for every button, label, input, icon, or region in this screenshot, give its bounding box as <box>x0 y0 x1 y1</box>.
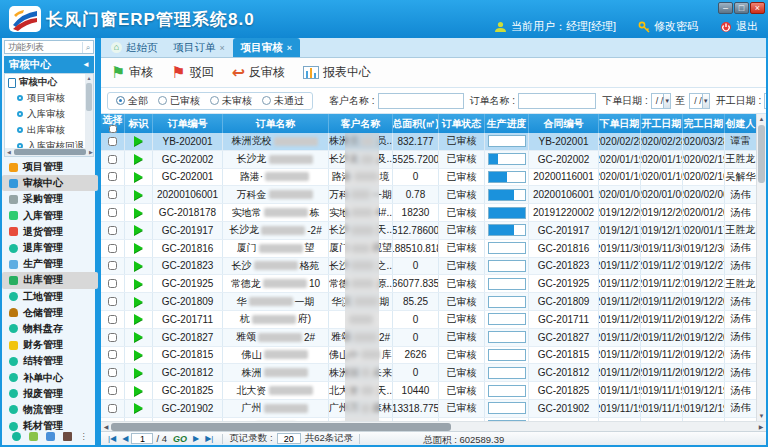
column-header[interactable]: 下单日期 <box>599 114 641 133</box>
table-row[interactable]: GC-201711 杭府) 0 已审核 GC-201711 2019/11/20… <box>101 311 756 329</box>
module-dot-icon[interactable] <box>12 432 21 441</box>
cart-icon[interactable] <box>29 432 38 441</box>
change-password-button[interactable]: 修改密码 <box>638 19 698 34</box>
row-checkbox[interactable] <box>108 279 117 288</box>
collapse-icon[interactable]: ◄ <box>82 56 90 73</box>
column-header[interactable]: 生产进度 <box>485 114 529 133</box>
row-checkbox[interactable] <box>108 333 117 342</box>
sidebar-menu-item[interactable]: 退库管理 <box>2 240 98 256</box>
scroll-left-icon[interactable]: ◀ <box>5 148 13 156</box>
row-checkbox[interactable] <box>108 226 117 235</box>
row-checkbox[interactable] <box>108 368 117 377</box>
sidebar-menu-item[interactable]: 仓储管理 <box>2 305 98 321</box>
sidebar-menu-item[interactable]: 入库管理 <box>2 208 98 224</box>
row-checkbox[interactable] <box>108 190 117 199</box>
column-header[interactable]: 订单状态 <box>439 114 485 133</box>
prev-page-button[interactable]: ◀ <box>122 434 128 443</box>
table-row[interactable]: GC-201809 华一期 华滨期 85.25 已审核 GC-201809 20… <box>101 293 756 311</box>
page-size-input[interactable] <box>277 433 301 444</box>
row-checkbox[interactable] <box>108 297 117 306</box>
table-row[interactable]: 20200106001 万科金 万科一期 0.78 已审核 2020010600… <box>101 186 756 204</box>
scrollbar-thumb[interactable] <box>758 125 765 183</box>
row-checkbox[interactable] <box>108 404 117 413</box>
row-checkbox[interactable] <box>108 350 117 359</box>
filter-radio[interactable]: 全部 <box>116 94 148 108</box>
maximize-button[interactable]: □ <box>734 2 749 14</box>
book-icon[interactable] <box>63 432 72 441</box>
table-row[interactable]: GC-201827 雅颂2# 雅颂2# 0 已审核 GC-201827 2019… <box>101 329 756 347</box>
filter-radio[interactable]: 未审核 <box>210 94 252 108</box>
tree-horizontal-scrollbar[interactable]: ◀ ▶ <box>5 148 94 156</box>
function-search-input[interactable] <box>5 42 82 52</box>
sidebar-menu-item[interactable]: 财务管理 <box>2 337 98 353</box>
row-checkbox[interactable] <box>108 208 117 217</box>
column-header[interactable]: 开工日期 <box>641 114 683 133</box>
column-header[interactable]: 订单名称 <box>223 114 329 133</box>
sidebar-menu-item[interactable]: 出库管理 <box>2 272 98 288</box>
column-header[interactable]: 总面积(㎡) <box>393 114 439 133</box>
table-row[interactable]: GC-201823 长沙格苑 长沙之.. 0 已审核 GC-201823 201… <box>101 258 756 276</box>
order-date-from-input[interactable]: / / <box>651 93 665 109</box>
scroll-up-icon[interactable]: ▲ <box>85 74 93 82</box>
sidebar-tree-item[interactable]: 出库审核 <box>5 122 93 138</box>
sidebar-menu-item[interactable]: 审核中心 <box>2 175 98 191</box>
table-row[interactable]: GC-201917 长沙龙-2# 长沙天.. 8512.78600.. 已审核 … <box>101 222 756 240</box>
select-all-checkbox[interactable] <box>109 125 117 133</box>
tree-root[interactable]: 审核中心 <box>5 74 93 90</box>
filter-radio[interactable]: 未通过 <box>262 94 304 108</box>
column-header[interactable]: 完工日期 <box>683 114 725 133</box>
start-date-input[interactable]: / / <box>764 93 766 109</box>
column-header[interactable]: 创建人 <box>725 114 756 133</box>
table-row[interactable]: GC-201902 广州 广州万森林 13318.775 已审核 GC-2019… <box>101 400 756 418</box>
scroll-down-icon[interactable]: ▼ <box>757 411 766 421</box>
customer-name-input[interactable] <box>378 93 464 109</box>
sidebar-menu-item[interactable]: 物流管理 <box>2 402 98 418</box>
close-icon[interactable]: × <box>220 43 225 53</box>
row-checkbox[interactable] <box>108 137 117 146</box>
search-icon[interactable]: ⌕ <box>82 42 93 53</box>
horizontal-scrollbar[interactable]: ◀ ▶ <box>101 421 766 431</box>
table-row[interactable]: YB-202001 株洲党校 株洲党员.. 832.177 已审核 YB-202… <box>101 133 756 151</box>
calendar-dropdown-icon[interactable]: ▼ <box>664 93 671 109</box>
more-icon[interactable]: ⋮ <box>80 432 89 441</box>
sidebar-menu-item[interactable]: 采购管理 <box>2 191 98 207</box>
sidebar-menu-item[interactable]: 工地管理 <box>2 289 98 305</box>
row-checkbox[interactable] <box>108 244 117 253</box>
vertical-scrollbar[interactable]: ▲ ▼ <box>756 114 766 421</box>
sidebar-menu-item[interactable]: 项目管理 <box>2 159 98 175</box>
column-header[interactable]: 客户名称 <box>329 114 393 133</box>
logout-button[interactable]: 退出 <box>720 19 758 34</box>
scroll-right-icon[interactable]: ▶ <box>756 423 766 430</box>
pen-icon[interactable] <box>46 432 55 441</box>
sidebar-tree-item[interactable]: 项目审核 <box>5 90 93 106</box>
sidebar-menu-item[interactable]: 补单中心 <box>2 369 98 385</box>
tab[interactable]: 项目订单 × <box>166 38 233 57</box>
sidebar-menu-item[interactable]: 退货管理 <box>2 224 98 240</box>
toolbar-button[interactable]: ⚑ 驳回 <box>171 64 213 81</box>
column-header[interactable]: 标识 <box>125 114 153 133</box>
sidebar-menu-item[interactable]: 结转管理 <box>2 353 98 369</box>
toolbar-button[interactable]: ↩ 反审核 <box>232 64 285 81</box>
sidebar-menu-item[interactable]: 报废管理 <box>2 386 98 402</box>
column-header[interactable]: 选择 <box>101 114 125 133</box>
row-checkbox[interactable] <box>108 155 117 164</box>
toolbar-button[interactable]: ⚑ 审核 <box>111 64 153 81</box>
table-row[interactable]: GC-201815 佛山 佛山中库 2626 已审核 GC-201815 201… <box>101 347 756 365</box>
tab[interactable]: ⌂ 起始页 <box>103 38 166 57</box>
tab[interactable]: 项目审核 × <box>233 38 300 57</box>
filter-radio[interactable]: 已审核 <box>158 94 200 108</box>
sidebar-tree-item[interactable]: 入库审核 <box>5 106 93 122</box>
go-button[interactable]: GO <box>173 434 187 444</box>
toolbar-button[interactable]: 报表中心 <box>303 64 371 81</box>
tree-vertical-scrollbar[interactable]: ▲ <box>85 74 93 148</box>
scroll-up-icon[interactable]: ▲ <box>757 114 766 124</box>
close-button[interactable]: × <box>750 2 765 14</box>
column-header[interactable]: 订单编号 <box>153 114 223 133</box>
row-checkbox[interactable] <box>108 261 117 270</box>
table-row[interactable]: GC-201825 北大资 北大资天.. 10440 已审核 GC-201825… <box>101 382 756 400</box>
table-row[interactable]: GC-201925 常德龙10 常德原.. 266077.835.. 已审核 G… <box>101 275 756 293</box>
table-row[interactable]: GC-201812 株洲 株洲国未来 0 已审核 GC-201812 2019/… <box>101 364 756 382</box>
order-name-input[interactable] <box>518 93 596 109</box>
next-page-button[interactable]: ▶ <box>193 434 199 443</box>
table-row[interactable] <box>101 418 756 421</box>
